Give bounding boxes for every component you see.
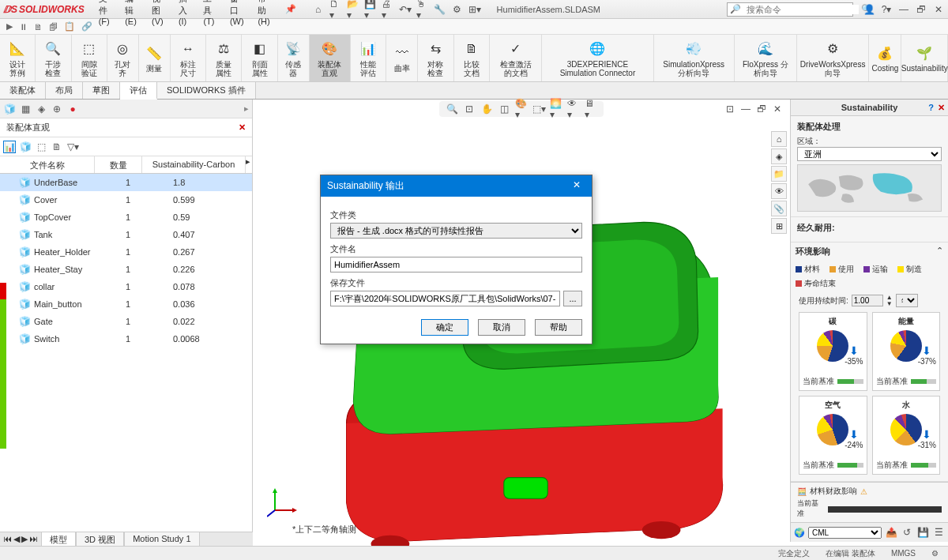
- bottom-tab[interactable]: 3D 视图: [76, 532, 124, 547]
- ribbon-DriveWorksXpress 向导[interactable]: ⚙DriveWorksXpress 向导: [797, 35, 870, 81]
- tab-装配体[interactable]: 装配体: [0, 82, 46, 99]
- status-units[interactable]: MMGS: [891, 549, 916, 558]
- qb-icon-2[interactable]: 🗐: [49, 22, 58, 32]
- rp-more-icon[interactable]: ☰: [932, 526, 945, 539]
- tree-row[interactable]: 🧊TopCover10.59: [0, 209, 252, 226]
- select-icon[interactable]: 🖱▾: [416, 3, 429, 16]
- options-icon[interactable]: ⚙: [451, 3, 464, 16]
- vp-min-icon[interactable]: —: [739, 103, 752, 115]
- rp-method-select[interactable]: CML: [808, 527, 882, 539]
- save-path-input[interactable]: [330, 291, 560, 306]
- search-input[interactable]: [743, 5, 859, 14]
- menu-item[interactable]: 文件(F): [94, 0, 119, 28]
- filter-dropdown-icon[interactable]: ▽▾: [66, 141, 79, 153]
- ribbon-FloXpress 分析向导[interactable]: 🌊FloXpress 分析向导: [735, 35, 797, 81]
- side-db-icon[interactable]: ◈: [771, 148, 787, 164]
- ribbon-剖面属性[interactable]: ◧剖面属性: [242, 35, 277, 81]
- pause-icon[interactable]: ⏸: [19, 22, 28, 32]
- ribbon-Sustainability[interactable]: 🌱Sustainability: [901, 35, 948, 81]
- rebuild-icon[interactable]: 🔧: [434, 3, 446, 16]
- vp-max-icon[interactable]: 🗗: [755, 103, 768, 115]
- vp-close-icon[interactable]: ✕: [771, 103, 784, 115]
- ribbon-干涉检查[interactable]: 🔍干涉检查: [36, 35, 71, 81]
- print-icon[interactable]: 🖨▾: [382, 3, 394, 16]
- open-icon[interactable]: 📂▾: [347, 3, 359, 16]
- impact-expand-icon[interactable]: ⌃: [936, 246, 943, 257]
- filter-icon-2[interactable]: 🧊: [19, 141, 32, 153]
- rp-footer-icon[interactable]: 🌍: [794, 528, 805, 538]
- vp-hide-icon[interactable]: 👁▾: [567, 103, 580, 115]
- side-home-icon[interactable]: ⌂: [771, 131, 787, 147]
- menu-item[interactable]: 帮助(H): [253, 0, 278, 28]
- user-icon[interactable]: 👤: [863, 3, 875, 16]
- qb-icon-3[interactable]: 📋: [64, 21, 75, 32]
- side-clip-icon[interactable]: 📎: [771, 201, 787, 216]
- tab-评估[interactable]: 评估: [120, 82, 157, 100]
- duration-spinner-icon[interactable]: ▲▼: [886, 295, 893, 307]
- status-gear-icon[interactable]: ⚙: [931, 549, 939, 558]
- col-header-carbon[interactable]: Sustainability-Carbon: [142, 156, 246, 173]
- save-icon[interactable]: 💾▾: [364, 3, 377, 16]
- bottom-tab[interactable]: 模型: [41, 532, 76, 547]
- file-name-input[interactable]: [330, 257, 582, 272]
- tree-icon-5[interactable]: ●: [66, 103, 79, 115]
- ribbon-比较文档[interactable]: 🗎比较文档: [454, 35, 490, 81]
- vp-edge-icon[interactable]: 🖥▾: [585, 103, 597, 115]
- tree-row[interactable]: 🧊Cover10.599: [0, 191, 252, 209]
- minimize-icon[interactable]: —: [897, 3, 910, 16]
- panel-close-icon[interactable]: ✕: [239, 122, 246, 133]
- side-folder-icon[interactable]: 📁: [771, 166, 787, 182]
- help-icon[interactable]: ?: [928, 103, 934, 112]
- filter-icon-3[interactable]: ⬚: [35, 141, 47, 153]
- ribbon-Costing[interactable]: 💰Costing: [869, 35, 901, 81]
- vp-view-icon[interactable]: 🎨▾: [515, 103, 528, 115]
- qb-icon-4[interactable]: 🔗: [81, 21, 92, 32]
- ribbon-检查激活的文档[interactable]: ✓检查激活的文档: [490, 35, 542, 81]
- bt-prev-icon[interactable]: ◀: [13, 534, 20, 544]
- duration-input[interactable]: [852, 295, 883, 306]
- filter-icon-1[interactable]: 📊: [3, 141, 16, 153]
- side-view-icon[interactable]: 👁: [771, 183, 787, 199]
- tree-row[interactable]: 🧊collar10.078: [0, 278, 252, 295]
- ribbon-传感器[interactable]: 📡传感器: [278, 35, 310, 81]
- browse-button[interactable]: ...: [563, 291, 582, 306]
- settings-icon[interactable]: ⊞▾: [468, 3, 481, 16]
- dialog-close-icon[interactable]: ✕: [568, 179, 585, 193]
- col-header-name[interactable]: 文件名称: [0, 156, 95, 173]
- region-select[interactable]: 亚洲: [797, 147, 942, 161]
- vp-pan-icon[interactable]: ✋: [480, 103, 493, 115]
- tree-icon-3[interactable]: ◈: [35, 103, 47, 115]
- menu-item[interactable]: 编辑(E): [120, 0, 145, 28]
- bottom-tab[interactable]: Motion Study 1: [124, 532, 199, 547]
- bt-last-icon[interactable]: ⏭: [29, 534, 38, 544]
- undo-icon[interactable]: ↶▾: [399, 3, 412, 16]
- ribbon-间隙验证[interactable]: ⬚间隙验证: [72, 35, 107, 81]
- ribbon-曲率[interactable]: 〰曲率: [386, 35, 418, 81]
- ribbon-标注尺寸[interactable]: ↔标注尺寸: [171, 35, 206, 81]
- menu-item[interactable]: 工具(T): [198, 0, 224, 28]
- tree-row[interactable]: 🧊Main_button10.036: [0, 295, 252, 313]
- tree-row[interactable]: 🧊Tank10.407: [0, 226, 252, 243]
- vp-scene-icon[interactable]: 🌅▾: [550, 103, 562, 115]
- ribbon-3DEXPERIENCE Simulation Connector[interactable]: 🌐3DEXPERIENCE Simulation Connector: [542, 35, 653, 81]
- search-box[interactable]: 🔎 🔍: [727, 2, 853, 17]
- rp-close-icon[interactable]: ✕: [938, 103, 945, 113]
- bt-next-icon[interactable]: ▶: [21, 534, 28, 544]
- menu-item[interactable]: 插入(I): [174, 0, 198, 28]
- vp-fit-icon[interactable]: ⊡: [463, 103, 476, 115]
- file-type-select[interactable]: 报告 - 生成 .docx 格式的可持续性报告: [330, 223, 582, 239]
- tree-row[interactable]: 🧊Heater_Holder10.267: [0, 243, 252, 261]
- side-grid-icon[interactable]: ⊞: [771, 218, 787, 234]
- restore-icon[interactable]: 🗗: [915, 3, 927, 16]
- tree-expand-icon[interactable]: ▸: [244, 103, 249, 114]
- menu-item[interactable]: 视图(V): [147, 0, 172, 28]
- cancel-button[interactable]: 取消: [478, 319, 525, 336]
- duration-unit-select[interactable]: 年: [896, 294, 918, 307]
- new-icon[interactable]: 🗋▾: [329, 3, 342, 16]
- play-icon[interactable]: ▶: [6, 21, 13, 32]
- filter-icon-4[interactable]: 🗎: [51, 141, 63, 153]
- rp-save-icon[interactable]: 💾: [916, 526, 929, 539]
- vp-pop-icon[interactable]: ⊡: [724, 103, 736, 115]
- tree-icon-2[interactable]: ▦: [19, 103, 32, 115]
- col-scroll-icon[interactable]: ▸: [246, 156, 252, 173]
